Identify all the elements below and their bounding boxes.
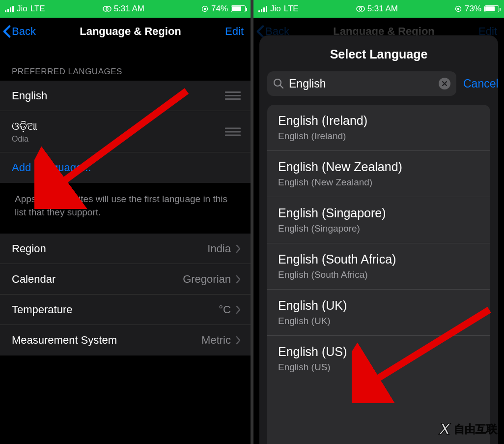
- region-settings-group: Region India Calendar Gregorian Temperat…: [0, 234, 251, 355]
- signal-bars-icon: [258, 5, 267, 12]
- setting-value: °C: [219, 303, 231, 316]
- page-title: Language & Region: [80, 25, 181, 38]
- carrier-label: Jio: [270, 4, 281, 14]
- language-name: English (UK): [278, 298, 479, 313]
- setting-value: Metric: [201, 334, 231, 347]
- setting-label: Measurement System: [12, 334, 117, 347]
- status-bar: Jio LTE 5:31 AM 73%: [253, 0, 504, 18]
- add-language-button[interactable]: Add Language...: [0, 152, 251, 183]
- battery-icon: [484, 5, 499, 12]
- carrier-label: Jio: [17, 4, 28, 14]
- status-bar: Jio LTE 5:31 AM 74%: [0, 0, 251, 18]
- back-button[interactable]: Back: [3, 25, 36, 38]
- temperature-row[interactable]: Temperature °C: [0, 295, 251, 325]
- language-sub: English (South Africa): [278, 269, 479, 280]
- svg-point-7: [360, 6, 364, 11]
- region-row[interactable]: Region India: [0, 234, 251, 264]
- language-name: English (South Africa): [278, 252, 479, 266]
- language-name: ଓଡ଼ିଆ: [12, 120, 37, 133]
- watermark: X 自由互联: [440, 420, 497, 438]
- nav-bar: Back Language & Region Edit: [0, 18, 251, 48]
- drag-handle-icon[interactable]: [225, 91, 241, 100]
- network-label: LTE: [30, 4, 45, 14]
- setting-label: Calendar: [12, 273, 56, 286]
- battery-pct: 74%: [211, 4, 228, 14]
- language-name: English: [12, 89, 47, 102]
- language-name: English (Singapore): [278, 206, 479, 220]
- section-footer: Apps and websites will use the first lan…: [0, 183, 251, 234]
- language-name: English (Ireland): [278, 114, 479, 128]
- signal-bars-icon: [5, 5, 14, 12]
- language-name: English (New Zealand): [278, 160, 479, 174]
- add-language-label: Add Language...: [12, 161, 91, 174]
- setting-label: Temperature: [12, 303, 73, 316]
- lock-icon: [201, 5, 208, 12]
- setting-value: Gregorian: [183, 273, 231, 286]
- chevron-right-icon: [236, 336, 241, 345]
- clear-search-button[interactable]: [439, 78, 450, 89]
- language-sub: Odia: [12, 135, 28, 144]
- section-header-preferred: PREFERRED LANGUAGES: [0, 48, 251, 81]
- language-result[interactable]: English (Ireland) English (Ireland): [267, 105, 490, 151]
- chevron-right-icon: [236, 244, 241, 253]
- svg-rect-9: [457, 8, 459, 10]
- battery-icon: [231, 5, 246, 12]
- language-result[interactable]: English (UK) English (UK): [267, 290, 490, 336]
- language-name: English (US): [278, 345, 479, 359]
- language-result[interactable]: English (New Zealand) English (New Zeala…: [267, 151, 490, 197]
- setting-label: Region: [12, 242, 46, 255]
- cancel-button[interactable]: Cancel: [463, 77, 498, 90]
- battery-pct: 73%: [465, 4, 481, 14]
- svg-rect-3: [204, 8, 206, 10]
- link-icon: [102, 5, 112, 12]
- chevron-right-icon: [236, 275, 241, 284]
- language-row[interactable]: ଓଡ଼ିଆ Odia: [0, 111, 251, 152]
- language-sub: English (Singapore): [278, 223, 479, 234]
- setting-value: India: [207, 242, 231, 255]
- chevron-right-icon: [236, 305, 241, 314]
- language-result[interactable]: English (Singapore) English (Singapore): [267, 197, 490, 243]
- search-row: Cancel: [259, 71, 498, 105]
- watermark-logo: X: [440, 420, 450, 438]
- preferred-languages-group: English ଓଡ଼ିଆ Odia Add Language...: [0, 81, 251, 183]
- time-label: 5:31 AM: [114, 4, 144, 14]
- drag-handle-icon[interactable]: [225, 127, 241, 136]
- link-icon: [356, 5, 365, 12]
- time-label: 5:31 AM: [367, 4, 398, 14]
- language-sub: English (UK): [278, 316, 479, 326]
- network-label: LTE: [284, 4, 299, 14]
- language-sub: English (Ireland): [278, 131, 479, 142]
- select-language-sheet: Select Language Cancel English (Ireland)…: [259, 35, 498, 444]
- lock-icon: [455, 5, 462, 12]
- language-result[interactable]: English (South Africa) English (South Af…: [267, 243, 490, 290]
- svg-line-11: [280, 86, 283, 89]
- search-icon: [273, 78, 284, 89]
- language-row[interactable]: English: [0, 81, 251, 111]
- svg-point-1: [106, 6, 111, 11]
- back-label: Back: [12, 25, 36, 38]
- language-sub: English (New Zealand): [278, 177, 479, 188]
- language-sub: English (US): [278, 362, 479, 373]
- search-input[interactable]: [289, 77, 434, 90]
- calendar-row[interactable]: Calendar Gregorian: [0, 264, 251, 295]
- sheet-title: Select Language: [259, 35, 498, 71]
- edit-button[interactable]: Edit: [225, 25, 244, 38]
- measurement-row[interactable]: Measurement System Metric: [0, 325, 251, 355]
- left-screenshot: Jio LTE 5:31 AM 74% Back Language & Regi…: [0, 0, 251, 444]
- search-box[interactable]: [267, 71, 456, 96]
- watermark-text: 自由互联: [454, 422, 497, 437]
- language-results-list[interactable]: English (Ireland) English (Ireland) Engl…: [267, 105, 490, 444]
- right-screenshot: Jio LTE 5:31 AM 73% Back Language & Regi…: [253, 0, 504, 444]
- language-result[interactable]: English (US) English (US): [267, 336, 490, 382]
